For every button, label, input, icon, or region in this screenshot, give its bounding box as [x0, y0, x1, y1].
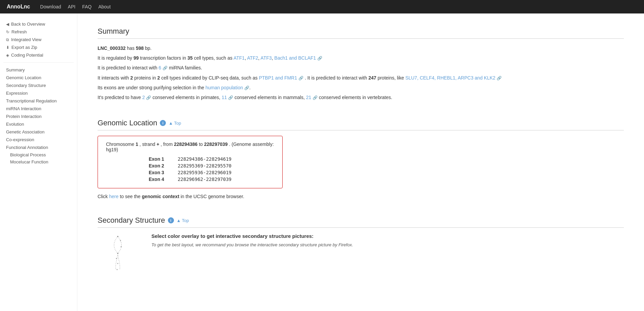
tf-link3[interactable]: ATF3	[260, 55, 272, 61]
integrated-view-icon: ⧉	[6, 37, 9, 42]
coding-icon: ◈	[6, 53, 9, 58]
sidebar-item-evolution[interactable]: Evolution	[3, 120, 74, 128]
mammal-conserved-link[interactable]: 11	[222, 95, 227, 100]
structure-right-panel: Select color overlay to get interactive …	[151, 233, 624, 248]
clip-link-icon: 🔗	[298, 76, 303, 81]
summary-line2: It is predicted to interact with 6 🔗 miR…	[98, 64, 624, 72]
sidebar-back-to-overview[interactable]: ◀ Back to Overview	[3, 20, 74, 28]
sidebar-item-co-expression[interactable]: Co-expression	[3, 136, 74, 144]
genomic-top-link[interactable]: ▲ Top	[169, 121, 181, 126]
sidebar-item-expression[interactable]: Expression	[3, 89, 74, 97]
exon4-label: Exon 4	[142, 176, 171, 183]
tf-link4[interactable]: Bach1 and BCLAF1	[274, 55, 316, 61]
summary-line1: It is regulated by 99 transcription fact…	[98, 54, 624, 62]
mirna-count-link[interactable]: 6	[158, 65, 161, 70]
sidebar-item-genomic-location[interactable]: Genomic Location	[3, 74, 74, 82]
svg-point-3	[117, 253, 118, 254]
sidebar-coding-potential[interactable]: ◈ Coding Potential	[3, 51, 74, 59]
sidebar-item-summary[interactable]: Summary	[3, 66, 74, 74]
color-overlay-title: Select color overlay to get interactive …	[151, 233, 624, 239]
protein-link[interactable]: SLU7, CELF4, RHEBL1, ARPC3 and KLK2	[405, 75, 496, 81]
exon2-coords: 228295369-228295570	[171, 162, 238, 169]
nav-download[interactable]: Download	[40, 4, 61, 9]
summary-line3: It interacts with 2 proteins in 2 cell t…	[98, 74, 624, 82]
protein-link-icon: 🔗	[497, 76, 502, 81]
svg-point-1	[120, 240, 121, 241]
exon1-coords: 228294386-228294619	[171, 156, 238, 162]
summary-section: Summary LNC_000332 has 598 bp. It is reg…	[98, 27, 624, 102]
genomic-box: Chromosome 1 , strand + , from 228294386…	[98, 136, 283, 188]
sidebar-divider	[3, 62, 74, 63]
navbar: AnnoLnc Download API FAQ About	[0, 0, 644, 13]
tf-link2[interactable]: ATF2	[247, 55, 258, 61]
table-row: Exon 2 228295369-228295570	[142, 162, 238, 169]
nav-faq[interactable]: FAQ	[82, 4, 92, 9]
vert-conserved-link[interactable]: 21	[306, 95, 311, 100]
export-icon: ⬇	[6, 45, 9, 50]
secondary-structure-section: Secondary Structure i ▲ Top .dot { fill:…	[98, 216, 624, 274]
table-row: Exon 4 228296962-228297039	[142, 176, 238, 183]
human-pop-link[interactable]: human population	[206, 85, 243, 90]
genomic-location-title: Genomic Location i ▲ Top	[98, 119, 624, 127]
nav-about[interactable]: About	[98, 4, 111, 9]
exon3-coords: 228295936-228296019	[171, 169, 238, 176]
svg-point-6	[117, 269, 118, 270]
sidebar-item-protein-interaction[interactable]: Protein Interaction	[3, 113, 74, 120]
primate-conserved-link[interactable]: 2	[142, 95, 145, 100]
genomic-info-icon[interactable]: i	[160, 120, 166, 126]
table-row: Exon 3 228295936-228296019	[142, 169, 238, 176]
sidebar-item-genetic-association[interactable]: Genetic Association	[3, 128, 74, 136]
summary-body: LNC_000332 has 598 bp. It is regulated b…	[98, 44, 624, 102]
mirna-link-icon: 🔗	[163, 66, 168, 70]
sidebar-refresh[interactable]: ↻ Refresh	[3, 28, 74, 36]
pop-link-icon: 🔗	[244, 86, 249, 90]
summary-line0: LNC_000332 has 598 bp.	[98, 44, 624, 53]
exon1-label: Exon 1	[142, 156, 171, 162]
sidebar-export-zip[interactable]: ⬇ Export as Zip	[3, 43, 74, 51]
tf-link[interactable]: ATF1	[234, 55, 245, 61]
sidebar-item-functional-annotation[interactable]: Functional Annotation	[3, 144, 74, 151]
exon-table: Exon 1 228294386-228294619 Exon 2 228295…	[142, 156, 238, 183]
secondary-structure-title: Secondary Structure i ▲ Top	[98, 216, 624, 225]
secondary-divider	[98, 227, 624, 228]
sidebar-item-biological-process[interactable]: Biological Process	[3, 151, 74, 158]
ucsc-here-link[interactable]: here	[109, 194, 118, 199]
rna-structure-svg: .dot { fill: none; stroke: #888; stroke-…	[104, 233, 131, 274]
main-content: Summary LNC_000332 has 598 bp. It is reg…	[77, 13, 644, 311]
back-icon: ◀	[6, 22, 9, 27]
svg-point-2	[121, 246, 122, 247]
sidebar-item-molecular-function[interactable]: Mocelucar Function	[3, 158, 74, 165]
navbar-links: Download API FAQ About	[40, 4, 110, 9]
genomic-header-line: Chromosome 1 , strand + , from 228294386…	[106, 142, 274, 152]
summary-divider	[98, 38, 624, 39]
summary-line5: It's predicted to have 2 🔗 conserved ele…	[98, 93, 624, 102]
navbar-brand: AnnoLnc	[7, 4, 30, 10]
vert-link-icon: 🔗	[313, 95, 318, 100]
primate-link-icon: 🔗	[146, 95, 151, 100]
secondary-top-link[interactable]: ▲ Top	[177, 218, 189, 223]
nav-api[interactable]: API	[68, 4, 76, 9]
sidebar: ◀ Back to Overview ↻ Refresh ⧉ Integrate…	[0, 13, 77, 311]
genomic-location-section: Genomic Location i ▲ Top Chromosome 1 , …	[98, 119, 624, 199]
secondary-layout: .dot { fill: none; stroke: #888; stroke-…	[98, 233, 624, 274]
sidebar-item-mirna-interaction[interactable]: miRNA Interaction	[3, 105, 74, 113]
exon4-coords: 228296962-228297039	[171, 176, 238, 183]
ucsc-click-text: Click here to see the genomic context in…	[98, 194, 624, 199]
svg-point-5	[117, 263, 118, 264]
exon3-label: Exon 3	[142, 169, 171, 176]
exon2-label: Exon 2	[142, 162, 171, 169]
secondary-top-arrow-icon: ▲	[177, 218, 181, 223]
sidebar-integrated-view[interactable]: ⧉ Integrated View	[3, 36, 74, 43]
svg-point-0	[117, 236, 118, 237]
sidebar-item-transcriptional-regulation[interactable]: Transcriptional Regulation	[3, 97, 74, 105]
sidebar-item-secondary-structure[interactable]: Secondary Structure	[3, 82, 74, 89]
clip-link[interactable]: PTBP1 and FMR1	[259, 75, 297, 81]
mammal-link-icon: 🔗	[228, 95, 233, 100]
svg-point-4	[116, 258, 117, 259]
color-overlay-desc: To get the best layout, we recommand you…	[151, 242, 624, 248]
table-row: Exon 1 228294386-228294619	[142, 156, 238, 162]
secondary-info-icon[interactable]: i	[168, 217, 174, 223]
refresh-icon: ↻	[6, 30, 9, 34]
tf-external-icon: 🔗	[317, 56, 322, 61]
genomic-divider	[98, 130, 624, 130]
